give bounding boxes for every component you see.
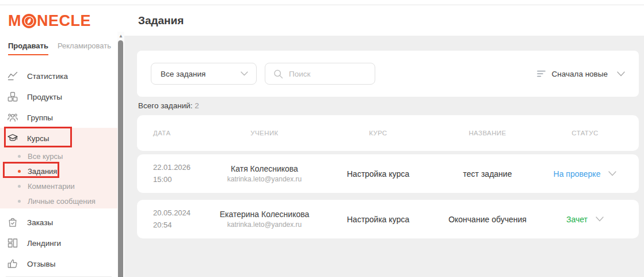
shopping-bag-icon xyxy=(7,217,18,227)
page-title: Задания xyxy=(138,14,184,27)
sidebar-subitem-label: Задания xyxy=(28,167,57,176)
sidebar-mode-tabs: Продавать Рекламировать xyxy=(0,41,117,51)
courses-section: Курсы Все курсы Задания Комментарии Личн… xyxy=(0,128,117,208)
tab-sell[interactable]: Продавать xyxy=(8,41,48,51)
sidebar-item-landings[interactable]: Лендинги xyxy=(0,233,117,253)
sidebar-scrollbar[interactable]: ▲ xyxy=(117,32,124,277)
sidebar-subitem-label: Все курсы xyxy=(28,152,63,161)
search-input[interactable] xyxy=(289,70,364,78)
tasks-total-count: 2 xyxy=(195,101,199,110)
sidebar-item-label: Лендинги xyxy=(27,239,61,248)
tasks-total-summary: Всего заданий: 2 xyxy=(138,101,639,110)
task-type-select[interactable]: Все задания xyxy=(151,63,257,85)
student-email: katrinka.leto@yandex.ru xyxy=(203,175,326,183)
date-value: 22.01.2026 xyxy=(153,162,203,173)
cubes-icon xyxy=(7,92,18,102)
leaf-circle-icon xyxy=(22,14,36,28)
table-row[interactable]: 20.05.2024 20:54 Екатерина Колесникова k… xyxy=(137,200,639,238)
status-badge: На проверке xyxy=(554,169,601,179)
cell-student: Екатерина Колесникова katrinka.leto@yand… xyxy=(203,210,326,229)
sidebar-item-reviews[interactable]: Отзывы xyxy=(0,253,117,274)
column-header-student: УЧЕНИК xyxy=(203,130,326,136)
cell-course: Настройка курса xyxy=(326,169,430,179)
sidebar-item-orders[interactable]: Заказы xyxy=(0,212,117,233)
main-area: Задания Все задания xyxy=(124,5,644,277)
filter-bar: Все задания Сначала новые xyxy=(137,51,639,97)
cell-date: 22.01.2026 15:00 xyxy=(151,162,203,185)
cell-date: 20.05.2024 20:54 xyxy=(151,207,203,230)
people-icon xyxy=(7,112,18,123)
cell-student: Катя Колесникова katrinka.leto@yandex.ru xyxy=(203,164,326,183)
chevron-down-icon[interactable] xyxy=(596,217,604,222)
sidebar-subitem-comments[interactable]: Комментарии xyxy=(0,179,117,193)
tasks-total-label: Всего заданий: xyxy=(138,101,193,110)
chevron-down-icon[interactable] xyxy=(608,171,616,176)
cell-task-name: Окончание обучения xyxy=(430,215,545,224)
column-header-course: КУРС xyxy=(326,130,430,136)
sidebar-item-products[interactable]: Продукты xyxy=(0,86,117,107)
student-name: Екатерина Колесникова xyxy=(203,210,326,219)
sidebar-item-label: Продукты xyxy=(27,93,62,101)
app-window: M NECLE Продавать Рекламировать xyxy=(0,0,644,277)
bullet-icon xyxy=(18,200,21,203)
status-badge: Зачет xyxy=(566,215,588,224)
cell-task-name: тест задание xyxy=(430,169,545,179)
sidebar-subitem-label: Личные сообщения xyxy=(28,197,96,206)
sort-lines-icon xyxy=(537,70,546,77)
sidebar-item-label: Статистика xyxy=(27,72,68,81)
logo-letter-m: M xyxy=(8,13,21,29)
sidebar-item-label: Курсы xyxy=(27,134,49,143)
bullet-icon xyxy=(18,155,21,158)
layout-blocks-icon xyxy=(7,238,18,248)
magnifier-icon xyxy=(273,69,283,79)
thumbs-up-icon xyxy=(7,259,18,269)
logo-letters-rest: NECLE xyxy=(37,13,91,29)
column-header-status: СТАТУС xyxy=(545,130,625,136)
bullet-icon xyxy=(18,185,21,188)
scrollbar-thumb[interactable] xyxy=(118,40,123,277)
bullet-icon xyxy=(18,170,21,173)
sidebar-item-label: Отзывы xyxy=(27,260,55,268)
sidebar-subitem-all-courses[interactable]: Все курсы xyxy=(0,149,117,164)
scrollbar-up-arrow-icon[interactable]: ▲ xyxy=(117,32,124,40)
cell-status: На проверке xyxy=(545,169,625,179)
sidebar: M NECLE Продавать Рекламировать xyxy=(0,5,117,277)
sort-label: Сначала новые xyxy=(552,70,608,78)
student-name: Катя Колесникова xyxy=(203,164,326,173)
time-value: 20:54 xyxy=(153,219,203,231)
sidebar-item-label: Заказы xyxy=(27,218,53,227)
sidebar-item-statistics[interactable]: Статистика xyxy=(0,66,117,86)
date-value: 20.05.2024 xyxy=(153,207,203,219)
sidebar-subitem-tasks[interactable]: Задания xyxy=(0,164,117,179)
search-field[interactable] xyxy=(265,63,375,85)
sidebar-item-groups[interactable]: Группы xyxy=(0,107,117,128)
sidebar-item-courses[interactable]: Курсы xyxy=(0,128,117,149)
sidebar-subitem-label: Комментарии xyxy=(28,182,75,191)
table-row[interactable]: 22.01.2026 15:00 Катя Колесникова katrin… xyxy=(137,154,639,193)
sidebar-subitem-private-messages[interactable]: Личные сообщения xyxy=(0,193,117,208)
cell-status: Зачет xyxy=(545,215,625,224)
page-header: Задания xyxy=(124,5,644,36)
graduation-cap-icon xyxy=(7,133,18,143)
task-type-select-value: Все задания xyxy=(161,70,205,78)
line-chart-icon xyxy=(7,71,18,81)
cell-course: Настройка курса xyxy=(326,215,430,224)
chevron-down-icon xyxy=(617,71,625,77)
content-area: Все задания Сначала новые xyxy=(124,36,644,277)
column-header-date: ДАТА xyxy=(151,130,203,136)
time-value: 15:00 xyxy=(153,174,203,185)
table-header-row: ДАТА УЧЕНИК КУРС НАЗВАНИЕ СТАТУС xyxy=(137,115,639,151)
column-header-name: НАЗВАНИЕ xyxy=(430,130,545,136)
monecle-logo[interactable]: M NECLE xyxy=(0,5,117,29)
sort-control[interactable]: Сначала новые xyxy=(537,70,625,78)
tab-advertise[interactable]: Рекламировать xyxy=(58,41,111,51)
sidebar-nav: Статистика Продукты xyxy=(0,66,117,277)
sidebar-item-label: Группы xyxy=(27,113,53,122)
chevron-down-icon xyxy=(241,71,248,76)
student-email: katrinka.leto@yandex.ru xyxy=(203,221,326,229)
